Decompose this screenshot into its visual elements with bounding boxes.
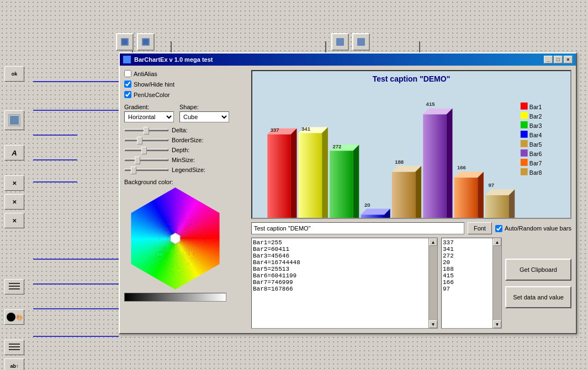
bar-7: 166 — [454, 164, 484, 219]
toolbar-icon-1[interactable] — [4, 110, 24, 130]
svg-text:97: 97 — [488, 182, 494, 188]
svg-rect-18 — [357, 38, 365, 46]
svg-rect-49 — [423, 114, 447, 219]
svg-text:Bar1: Bar1 — [529, 104, 542, 110]
svg-marker-55 — [478, 171, 484, 219]
brightness-bar[interactable] — [124, 293, 226, 302]
antialias-label: AntiAlias — [134, 71, 157, 77]
svg-text:Bar7: Bar7 — [529, 160, 542, 167]
depth-slider-track[interactable] — [124, 149, 168, 151]
top-btn-4[interactable] — [352, 33, 370, 51]
gradient-select[interactable]: Horizontal Vertical None — [124, 111, 174, 122]
values-scroll-track — [493, 246, 501, 320]
toolbar-ok-btn[interactable]: ok — [4, 66, 24, 82]
values-scrollbar[interactable]: ▲ ▼ — [492, 238, 501, 328]
scroll-track — [429, 246, 437, 320]
svg-text:415: 415 — [426, 101, 436, 107]
top-btn-1[interactable] — [116, 33, 134, 51]
antialias-checkbox[interactable] — [124, 70, 131, 77]
showhide-checkbox[interactable] — [124, 81, 131, 88]
toolbar-x-btn-1[interactable]: ✕ — [4, 175, 24, 191]
toolbar-list-btn-1[interactable] — [4, 279, 24, 294]
svg-rect-28 — [9, 349, 20, 350]
title-controls: _ □ × — [544, 56, 573, 63]
top-btn-3[interactable] — [331, 33, 349, 51]
showhide-row: Show/Hide hint — [124, 81, 246, 88]
pencolor-checkbox[interactable] — [124, 91, 131, 98]
svg-rect-73 — [521, 159, 528, 166]
svg-rect-26 — [9, 344, 20, 345]
svg-rect-22 — [9, 286, 20, 287]
bordersize-row: BorderSize: — [124, 137, 246, 143]
svg-text:20: 20 — [364, 202, 370, 208]
showhide-label: Show/Hide hint — [134, 81, 174, 88]
left-panel: AntiAlias Show/Hide hint PenUseColor Gra… — [124, 70, 246, 329]
bar-5: 188 — [392, 159, 421, 219]
svg-rect-67 — [521, 131, 528, 138]
svg-rect-27 — [9, 346, 20, 347]
toolbar-x-btn-3[interactable]: ✕ — [4, 213, 24, 228]
legendsize-label: LegendSize: — [172, 167, 205, 173]
auto-random-checkbox[interactable] — [495, 225, 502, 232]
scroll-down-btn[interactable]: ▼ — [429, 320, 437, 328]
color-wheel-canvas[interactable] — [124, 187, 226, 289]
window-title: BarChartEx v 1.0 mega test — [134, 56, 213, 63]
values-scroll-down[interactable]: ▼ — [493, 320, 501, 328]
svg-point-24 — [7, 313, 15, 321]
svg-rect-37 — [330, 151, 353, 219]
chart-svg: 337 341 272 — [252, 85, 570, 219]
get-clipboard-btn[interactable]: Get Clipboard — [505, 259, 571, 281]
delta-row: Delta: — [124, 127, 246, 133]
svg-rect-75 — [521, 168, 528, 175]
svg-rect-14 — [122, 39, 128, 45]
toolbar-a-label[interactable]: A — [4, 145, 24, 160]
bordersize-label: BorderSize: — [172, 137, 203, 143]
values-textarea[interactable] — [442, 238, 492, 328]
values-scroll-up[interactable]: ▲ — [493, 238, 501, 246]
svg-text:341: 341 — [301, 126, 311, 132]
toolbar-x-btn-2[interactable]: ✕ — [4, 194, 24, 210]
maximize-btn[interactable]: □ — [554, 56, 563, 63]
bar-3: 272 — [330, 143, 359, 219]
minsize-label: MinSize: — [172, 157, 195, 163]
toolbar-list-btn-2[interactable] — [4, 340, 24, 355]
bordersize-slider-track[interactable] — [124, 139, 168, 141]
delta-slider-track[interactable] — [124, 129, 168, 131]
svg-rect-23 — [9, 288, 20, 289]
caption-input[interactable] — [251, 222, 464, 234]
gradient-shape-row: Gradient: Horizontal Vertical None Shape… — [124, 104, 246, 122]
shape-label: Shape: — [179, 104, 229, 110]
svg-marker-47 — [415, 166, 421, 219]
color-section: Background color: — [124, 179, 246, 302]
minimize-btn[interactable]: _ — [544, 56, 553, 63]
svg-rect-65 — [521, 121, 528, 128]
toolbar-ab-btn[interactable]: ab↑ — [4, 358, 24, 370]
svg-marker-39 — [353, 145, 359, 219]
bar-6: 415 — [423, 101, 452, 219]
set-data-btn[interactable]: Set data and value — [505, 286, 571, 308]
auto-random-label: Auto/Random value bars — [505, 225, 571, 232]
legendsize-row: LegendSize: — [124, 167, 246, 173]
svg-rect-61 — [521, 103, 528, 110]
scroll-up-btn[interactable]: ▲ — [429, 238, 437, 246]
svg-rect-45 — [392, 171, 416, 219]
action-buttons: Get Clipboard Set data and value — [505, 238, 571, 329]
minsize-slider-track[interactable] — [124, 159, 168, 161]
pencolor-row: PenUseColor — [124, 91, 246, 98]
top-btn-2[interactable] — [137, 33, 155, 51]
data-textarea[interactable] — [252, 238, 428, 328]
bar-4: 20 — [361, 202, 390, 219]
svg-rect-57 — [485, 195, 509, 219]
shape-select[interactable]: Cube Cylinder Bar — [179, 111, 229, 122]
legendsize-slider-track[interactable] — [124, 169, 168, 171]
svg-text:Bar6: Bar6 — [529, 151, 542, 157]
antialias-row: AntiAlias — [124, 70, 246, 77]
font-button[interactable]: Font — [468, 222, 492, 234]
svg-rect-63 — [521, 112, 528, 119]
svg-rect-16 — [143, 39, 149, 45]
toolbar-color-btn[interactable]: 🎨 — [4, 309, 24, 325]
close-btn[interactable]: × — [564, 56, 573, 63]
textarea-scrollbar[interactable]: ▲ ▼ — [428, 238, 437, 328]
data-row: ▲ ▼ ▲ ▼ Get Clipboard Set data and v — [251, 238, 571, 329]
svg-rect-41 — [361, 215, 384, 219]
